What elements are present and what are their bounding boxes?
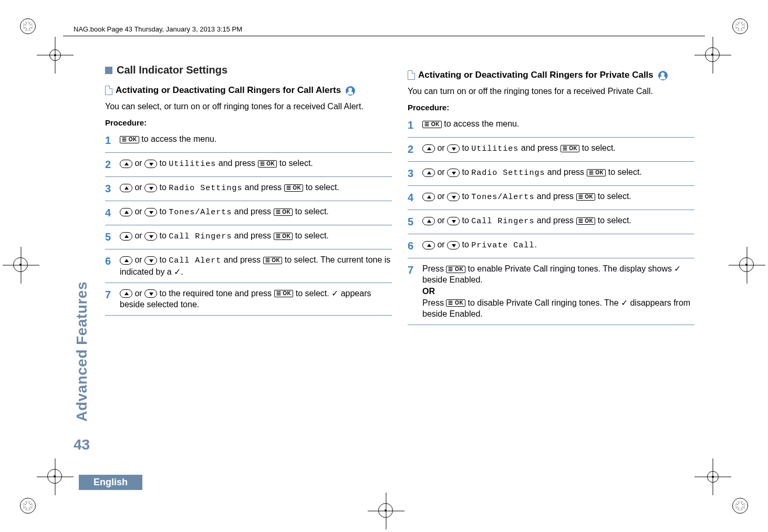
step-number: 3 bbox=[408, 166, 417, 181]
nav-down-icon bbox=[144, 184, 157, 192]
step-divider bbox=[105, 201, 392, 201]
step-3-right: 3 or to Radio Settings and press ☰ OK to… bbox=[408, 164, 694, 183]
menu-path: Radio Settings bbox=[169, 184, 242, 193]
step-number: 6 bbox=[408, 239, 417, 253]
step-divider bbox=[408, 161, 694, 162]
nav-up-icon bbox=[422, 241, 435, 249]
ok-button-icon: ☰ OK bbox=[258, 160, 277, 168]
step-text: to select. bbox=[606, 168, 641, 176]
step-number: 4 bbox=[408, 191, 417, 205]
header-rule bbox=[63, 36, 705, 36]
running-head: NAG.book Page 43 Thursday, January 3, 20… bbox=[74, 25, 242, 33]
ok-button-icon: ☰ OK bbox=[274, 290, 294, 297]
nav-down-icon bbox=[144, 289, 157, 298]
step-text: and press bbox=[534, 192, 576, 201]
procedure-label-right: Procedure: bbox=[408, 102, 694, 113]
step-6-left: 6 or to Call Alert and press ☰ OK to sel… bbox=[105, 252, 392, 280]
nav-down-icon bbox=[144, 232, 157, 241]
target-top-right bbox=[732, 18, 748, 34]
check-icon: ✓ bbox=[174, 267, 181, 276]
crop-mark-bottom-left bbox=[37, 458, 74, 495]
step-divider bbox=[105, 225, 392, 225]
step-text: or bbox=[132, 289, 144, 298]
step-number: 2 bbox=[105, 158, 115, 172]
step-text: and press bbox=[545, 168, 586, 176]
section-heading-text: Call Indicator Settings bbox=[117, 63, 227, 77]
nav-up-icon bbox=[422, 169, 435, 177]
nav-down-icon bbox=[447, 169, 460, 177]
step-text: or bbox=[132, 183, 144, 192]
step-text: Press bbox=[422, 264, 446, 273]
step-text: Press bbox=[422, 298, 446, 307]
step-5-right: 5 or to Call Ringers and press ☰ OK to s… bbox=[408, 213, 694, 231]
step-text: or bbox=[132, 231, 144, 240]
step-number: 6 bbox=[105, 254, 115, 268]
step-number: 1 bbox=[105, 133, 115, 148]
step-text: and press bbox=[242, 183, 284, 192]
step-text: to enable Private Call ringing tones. Th… bbox=[465, 264, 674, 273]
crop-mark-top-right bbox=[694, 37, 731, 74]
step-text: and press bbox=[518, 143, 560, 152]
subsection-heading-right-text: Activating or Deactivating Call Ringers … bbox=[418, 70, 653, 80]
menu-path: Radio Settings bbox=[471, 169, 545, 178]
section-bullet-icon bbox=[105, 67, 112, 74]
left-column: Call Indicator Settings Activating or De… bbox=[105, 63, 392, 458]
step-3-left: 3 or to Radio Settings and press ☰ OK to… bbox=[105, 180, 392, 198]
step-number: 2 bbox=[408, 142, 417, 157]
page-number: 43 bbox=[74, 436, 90, 453]
crop-mark-top-left bbox=[37, 37, 74, 74]
step-text: beside Enabled. bbox=[422, 275, 483, 284]
language-label: English bbox=[79, 475, 142, 490]
step-text: to select. bbox=[293, 231, 328, 240]
step-number: 5 bbox=[408, 215, 417, 229]
right-column: Activating or Deactivating Call Ringers … bbox=[408, 63, 694, 458]
section-vertical-label: Advanced Features bbox=[74, 281, 90, 422]
step-5-left: 5 or to Call Ringers and press ☰ OK to s… bbox=[105, 228, 392, 246]
nav-up-icon bbox=[422, 217, 435, 225]
nav-down-icon bbox=[144, 208, 157, 216]
step-text: or bbox=[132, 255, 144, 264]
step-number: 7 bbox=[105, 288, 115, 302]
ok-button-icon: ☰ OK bbox=[120, 136, 139, 143]
step-divider bbox=[105, 176, 392, 177]
section-heading: Call Indicator Settings bbox=[105, 63, 392, 77]
step-text: to access the menu. bbox=[442, 119, 520, 128]
step-text: and press bbox=[216, 159, 257, 168]
or-label: OR bbox=[422, 287, 435, 296]
step-number: 3 bbox=[105, 182, 115, 196]
ok-button-icon: ☰ OK bbox=[446, 299, 465, 307]
step-7-right: 7 Press ☰ OK to enable Private Call ring… bbox=[408, 261, 694, 322]
step-divider bbox=[408, 325, 694, 325]
person-badge-icon bbox=[346, 86, 355, 96]
step-divider bbox=[105, 315, 392, 316]
step-text: and press bbox=[232, 207, 273, 216]
step-text: or bbox=[435, 240, 447, 249]
menu-path: Tones/Alerts bbox=[169, 208, 232, 217]
step-1-left: 1 ☰ OK to access the menu. bbox=[105, 131, 392, 150]
step-divider bbox=[408, 137, 694, 138]
check-icon: ✓ bbox=[674, 264, 681, 273]
person-badge-icon bbox=[658, 71, 668, 80]
nav-up-icon bbox=[422, 193, 435, 201]
step-text: to disable Private Call ringing tones. T… bbox=[465, 298, 621, 307]
step-number: 1 bbox=[408, 118, 417, 132]
step-divider bbox=[408, 234, 694, 234]
step-text: . bbox=[534, 240, 536, 249]
subsection-heading-right: Activating or Deactivating Call Ringers … bbox=[408, 69, 694, 81]
ok-button-icon: ☰ OK bbox=[284, 184, 304, 192]
menu-path: Utilities bbox=[169, 160, 216, 169]
target-top-left bbox=[20, 18, 36, 34]
menu-path: Call Alert bbox=[169, 256, 221, 265]
step-text: or bbox=[435, 192, 447, 201]
step-text: to select. bbox=[303, 183, 339, 192]
nav-down-icon bbox=[447, 241, 460, 249]
menu-path: Call Ringers bbox=[169, 232, 232, 241]
nav-down-icon bbox=[144, 160, 157, 168]
target-bottom-right bbox=[732, 498, 748, 514]
register-mark-left bbox=[3, 247, 39, 284]
intro-paragraph-right: You can turn on or off the ringing tones… bbox=[408, 86, 694, 97]
step-divider bbox=[105, 152, 392, 153]
ok-button-icon: ☰ OK bbox=[446, 266, 465, 273]
ok-button-icon: ☰ OK bbox=[576, 193, 596, 201]
register-mark-bottom bbox=[368, 493, 404, 529]
